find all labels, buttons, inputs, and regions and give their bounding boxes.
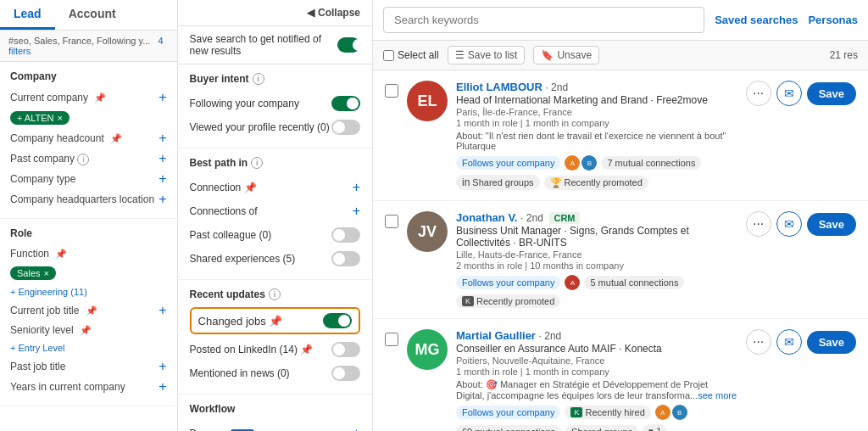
recently-promoted-tag: K Recently promoted	[456, 294, 560, 308]
add-company-type-btn[interactable]: +	[159, 172, 166, 186]
buyer-intent-info-icon[interactable]: i	[253, 73, 264, 85]
result-title: Conseiller en Assurance Auto MAIF · Kone…	[456, 343, 737, 355]
best-path-info-icon[interactable]: i	[251, 157, 263, 169]
result-meta: 1 month in role | 1 month in company	[456, 118, 737, 128]
results-toolbar: Select all ☰ Save to list 🔖 Unsave 21 re…	[373, 41, 868, 70]
add-past-company-btn[interactable]: +	[159, 152, 166, 165]
persona-row: Persona New +	[190, 422, 360, 431]
changed-jobs-toggle[interactable]	[323, 313, 352, 328]
action-buttons-row: ··· ✉ Save	[746, 211, 856, 237]
select-all-checkbox-label[interactable]: Select all	[383, 49, 439, 61]
tab-account[interactable]: Account	[55, 0, 130, 30]
following-company-toggle[interactable]	[331, 96, 360, 111]
best-path-section: Best path in i Connection 📌 + Connection…	[178, 148, 372, 280]
changed-jobs-row: Changed jobs 📌	[190, 307, 360, 334]
add-connection-btn[interactable]: +	[353, 180, 360, 195]
unsave-btn[interactable]: 🔖 Unsave	[533, 46, 599, 64]
workflow-section: Workflow Persona New +	[178, 395, 372, 431]
dropdown-tag[interactable]: ▾ 1	[643, 424, 667, 431]
result-name[interactable]: Elliot LAMBOUR · 2nd	[456, 81, 737, 93]
shared-experiences-toggle[interactable]	[331, 251, 360, 266]
mentioned-news-label: Mentioned in news (0)	[190, 367, 290, 379]
filter-query: #seo, Sales, France, Following y...	[8, 36, 150, 46]
save-btn[interactable]: Save	[807, 213, 856, 236]
result-about: About: 🎯 Manager en Stratégie et Dévelop…	[456, 379, 737, 400]
add-connections-of-btn[interactable]: +	[353, 204, 360, 219]
promoted-icon: K	[462, 296, 474, 306]
result-location: Paris, Île-de-France, France	[456, 107, 737, 117]
result-content: Jonathan V. · 2nd CRM Business Unit Mana…	[456, 211, 737, 308]
company-section: Company Current company 📌 + + ALTEN × Co…	[0, 62, 177, 219]
save-search-toggle[interactable]	[337, 37, 360, 53]
avatar: MG	[407, 329, 448, 370]
add-past-job-btn[interactable]: +	[159, 360, 166, 373]
more-options-btn[interactable]: ···	[746, 81, 771, 106]
result-card: MG Martial Gaullier · 2nd Conseiller en …	[373, 319, 868, 431]
tab-lead[interactable]: Lead	[0, 0, 55, 30]
see-more-link[interactable]: see more	[698, 390, 737, 400]
card-checkbox[interactable]	[385, 84, 398, 98]
crm-badge: CRM	[549, 212, 579, 224]
role-section-title: Role	[10, 227, 167, 239]
mentioned-news-row: Mentioned in news (0)	[190, 361, 360, 385]
save-btn[interactable]: Save	[807, 82, 856, 105]
result-title: Business Unit Manager · Signs, Grands Co…	[456, 225, 737, 249]
result-name[interactable]: Martial Gaullier · 2nd	[456, 329, 737, 342]
card-checkbox[interactable]	[385, 215, 398, 228]
filter-seniority: Seniority level 📌	[10, 321, 167, 339]
filter-headcount: Company headcount 📌 +	[10, 128, 167, 148]
engineering-link[interactable]: + Engineering (11)	[10, 287, 87, 297]
message-btn[interactable]: ✉	[776, 329, 802, 355]
alten-tag[interactable]: + ALTEN ×	[10, 111, 70, 125]
past-company-info-icon[interactable]: i	[77, 154, 89, 165]
degree-badge: · 2nd	[545, 81, 568, 93]
engineering-filter: + Engineering (11)	[10, 283, 167, 300]
card-checkbox[interactable]	[385, 333, 398, 346]
result-location: Poitiers, Nouvelle-Aquitaine, France	[456, 355, 737, 366]
personas-btn[interactable]: Personas	[808, 14, 858, 26]
viewed-profile-toggle[interactable]	[331, 120, 360, 135]
mentioned-news-toggle[interactable]	[331, 366, 360, 381]
message-btn[interactable]: ✉	[776, 211, 802, 237]
recent-updates-section: Recent updates i Changed jobs 📌 Posted o…	[178, 280, 372, 395]
add-hq-location-btn[interactable]: +	[159, 193, 166, 206]
function-pin-icon: 📌	[55, 249, 67, 259]
add-years-company-btn[interactable]: +	[159, 380, 166, 394]
add-persona-btn[interactable]: +	[353, 426, 360, 431]
avatar: JV	[407, 211, 448, 252]
intent-header: ◀ Collapse	[178, 0, 372, 26]
save-to-list-btn[interactable]: ☰ Save to list	[448, 46, 526, 64]
add-current-company-btn[interactable]: +	[159, 91, 166, 104]
filter-job-title: Current job title 📌 +	[10, 300, 167, 321]
mutual-connections-tag: 60 mutual connections	[456, 425, 561, 432]
function-tags-row: Sales ×	[10, 263, 167, 283]
best-path-title: Best path in i	[190, 157, 360, 169]
past-colleague-toggle[interactable]	[331, 227, 360, 243]
saved-searches-btn[interactable]: Saved searches	[715, 14, 798, 26]
select-all-checkbox[interactable]	[383, 50, 394, 61]
filter-function: Function 📌	[10, 244, 167, 263]
mutual-connections-tag: 7 mutual connections	[601, 156, 701, 170]
promoted-icon: 🏆	[550, 177, 562, 188]
remove-sales-btn[interactable]: ×	[44, 268, 49, 278]
following-company-label: Following your company	[190, 98, 299, 109]
entry-level-link[interactable]: + Entry Level	[10, 343, 65, 353]
save-btn[interactable]: Save	[807, 331, 856, 354]
add-job-title-btn[interactable]: +	[159, 304, 166, 317]
collapse-button[interactable]: ◀ Collapse	[307, 7, 360, 19]
mini-avatar: A	[565, 155, 580, 171]
more-options-btn[interactable]: ···	[746, 211, 771, 237]
result-name[interactable]: Jonathan V. · 2nd CRM	[456, 211, 737, 224]
remove-alten-btn[interactable]: ×	[58, 113, 63, 123]
filter-years-company: Years in current company +	[10, 377, 167, 397]
sales-tag[interactable]: Sales ×	[10, 266, 56, 280]
more-options-btn[interactable]: ···	[746, 329, 771, 355]
mini-avatar: A	[565, 275, 580, 290]
posted-linkedin-toggle[interactable]	[331, 342, 360, 357]
search-input[interactable]	[383, 7, 704, 33]
results-panel: Saved searches Personas Select all ☰ Sav…	[373, 0, 868, 431]
message-btn[interactable]: ✉	[776, 81, 802, 106]
job-title-pin-icon: 📌	[86, 305, 97, 316]
recent-updates-info-icon[interactable]: i	[269, 288, 281, 300]
add-headcount-btn[interactable]: +	[159, 132, 166, 145]
